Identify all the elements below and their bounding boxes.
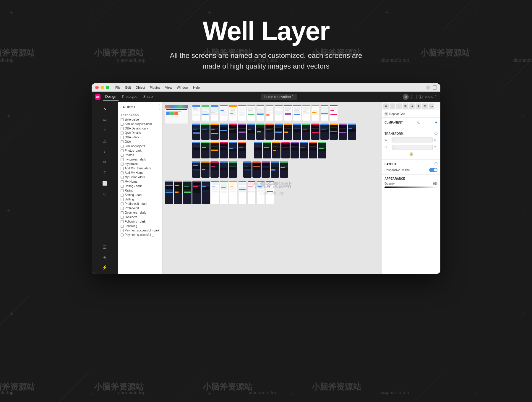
layer-item-rating-dark[interactable]: Rating - dark — [118, 184, 162, 188]
layer-icon — [121, 189, 124, 192]
screen-thumb-2 — [201, 105, 210, 121]
play-icon[interactable]: ▶ — [419, 95, 423, 99]
ellipse-tool-icon[interactable]: ○ — [101, 127, 108, 134]
layer-item-profileedit[interactable]: Profile-edit — [118, 206, 162, 210]
svg-line-10 — [59, 372, 89, 402]
layout-info-icon[interactable]: ⓘ — [434, 162, 437, 166]
dark-screens-row-1 — [192, 124, 356, 140]
maximize-button[interactable] — [106, 86, 109, 89]
component-info-icon[interactable]: ⓘ — [417, 120, 420, 124]
dark-screen-17 — [339, 124, 347, 140]
user-avatar — [426, 85, 430, 90]
layer-item-rating[interactable]: Rating — [118, 188, 162, 193]
responsive-resize-toggle[interactable] — [429, 168, 437, 172]
spacer2 — [238, 161, 242, 178]
transform-info-icon[interactable]: ⓘ — [434, 132, 437, 136]
star-17: ✦ — [384, 390, 390, 398]
select-tool-icon[interactable]: ↖ — [101, 105, 108, 112]
rp-icon-4[interactable]: ⊞ — [403, 103, 408, 109]
layer-item-following-dark[interactable]: Following - dark — [118, 219, 162, 224]
layer-item-setting[interactable]: Setting — [118, 197, 162, 202]
menu-edit[interactable]: Edit — [125, 86, 131, 89]
rp-icon-5[interactable]: ↦ — [409, 103, 415, 109]
layer-item-myhome[interactable]: My Home — [118, 179, 162, 184]
line-tool-icon[interactable]: / — [101, 148, 108, 155]
layer-item-addmyhome-dark[interactable]: Add My Home -dark — [118, 166, 162, 171]
layer-item-similar-dark[interactable]: Similar-projects-dark — [118, 122, 162, 126]
tall-s-3 — [183, 181, 192, 204]
lock-proportions-icon[interactable]: 🔒 — [410, 152, 413, 156]
layer-item-following[interactable]: Following — [118, 224, 162, 228]
transform-fields: W X H Y — [385, 137, 437, 151]
text-tool-icon[interactable]: T — [101, 169, 108, 176]
menu-window[interactable]: Window — [177, 86, 188, 89]
layer-icon — [121, 154, 124, 157]
height-input[interactable] — [392, 145, 433, 150]
zoom-level[interactable]: 8.5% — [425, 95, 433, 99]
tab-design[interactable]: Design — [103, 93, 119, 100]
layer-item-qa-dark[interactable]: Q&A - dark — [118, 135, 162, 140]
layer-item-setting-dark[interactable]: Setting - dark — [118, 193, 162, 197]
component-add-icon[interactable]: + — [435, 120, 437, 125]
opacity-bar[interactable] — [385, 187, 437, 188]
star-8: ☆ — [520, 112, 526, 120]
dark-s-11 — [291, 142, 299, 158]
minimize-button[interactable] — [100, 86, 104, 89]
zoom-dropdown[interactable]: ˅ — [435, 95, 437, 99]
tab-prototype[interactable]: Prototype — [120, 93, 140, 100]
row4-s-1 — [192, 161, 200, 178]
screen-thumb-4 — [220, 105, 228, 121]
layer-item-qa-details[interactable]: Q&A Details — [118, 131, 162, 135]
layer-item-similar[interactable]: Similar-projects — [118, 144, 162, 148]
plugins-icon[interactable]: ⚡ — [101, 264, 108, 271]
repeat-grid-label[interactable]: Repeat Grid — [389, 112, 405, 116]
tab-share[interactable]: Share — [141, 93, 155, 100]
menu-file[interactable]: File — [115, 86, 121, 89]
layer-item-payment[interactable]: Payment successful _ — [118, 233, 162, 237]
layer-item-ovuchers-dark[interactable]: Ovuchers - dark — [118, 210, 162, 215]
menu-help[interactable]: Help — [193, 86, 200, 89]
pen-tool-icon[interactable]: ✏ — [101, 158, 108, 166]
artboard-tool-icon[interactable]: ⬜ — [101, 180, 108, 187]
repeat-grid-section: ⊞ Repeat Grid — [382, 110, 440, 118]
close-button[interactable] — [95, 86, 99, 89]
layer-item-payment-dark[interactable]: Payment successful - dark — [118, 228, 162, 233]
menu-plugins[interactable]: Plugins — [150, 86, 160, 89]
layers-search-input[interactable] — [121, 104, 160, 110]
canvas-area[interactable]: 小脑斧资源站 xiaonaofu.top — [163, 102, 381, 274]
layer-item-myproject-dark[interactable]: my project -dark — [118, 157, 162, 162]
layer-icon — [121, 211, 124, 214]
rp-icon-7[interactable]: ⊟ — [422, 103, 428, 109]
rp-icon-1[interactable]: ≡ — [383, 103, 389, 109]
rp-icon-6[interactable]: ↧ — [416, 103, 421, 109]
zoom-tool-icon[interactable]: ⊕ — [101, 190, 108, 197]
layer-item-myhome-dark[interactable]: My Home -dark — [118, 175, 162, 179]
layer-item-photos[interactable]: Photos — [118, 153, 162, 157]
layer-item-addmyhome[interactable]: Add My Home — [118, 171, 162, 175]
assets-icon[interactable]: ◈ — [101, 254, 108, 261]
layer-item-style-guide[interactable]: style guide — [118, 117, 162, 122]
menu-object[interactable]: Object — [136, 86, 145, 89]
rp-icon-2[interactable]: ↔ — [390, 103, 395, 109]
width-input[interactable] — [392, 137, 433, 142]
layers-icon[interactable]: ☰ — [101, 244, 108, 251]
toolbar-center[interactable]: home renovation ˅ — [261, 94, 297, 100]
rectangle-tool-icon[interactable]: ▭ — [101, 116, 108, 123]
dark-screen-6 — [238, 124, 246, 140]
rp-icon-8[interactable]: ▭ — [429, 103, 434, 109]
menu-view[interactable]: View — [165, 86, 172, 89]
layer-item-qa[interactable]: Q&A — [118, 140, 162, 144]
svg-line-11 — [177, 372, 207, 402]
layer-item-photos-dark[interactable]: Photos -dark — [118, 148, 162, 153]
layer-item-ovuchers[interactable]: Ovuchers — [118, 215, 162, 219]
dark-screen-3 — [210, 124, 219, 140]
dark-s-14 — [318, 142, 326, 158]
sidebar-bottom-icons: ☰ ◈ ⚡ — [101, 244, 108, 274]
rp-icon-3[interactable]: ↕ — [396, 103, 402, 109]
triangle-tool-icon[interactable]: △ — [101, 137, 108, 144]
layers-search: ▼ — [118, 102, 162, 112]
layer-item-qa-details-dark[interactable]: Q&A Details -dark — [118, 126, 162, 131]
layer-icon — [121, 229, 124, 232]
layer-item-profileedit-dark[interactable]: Profile-edit - dark — [118, 202, 162, 206]
layer-item-myproject[interactable]: my project — [118, 162, 162, 166]
